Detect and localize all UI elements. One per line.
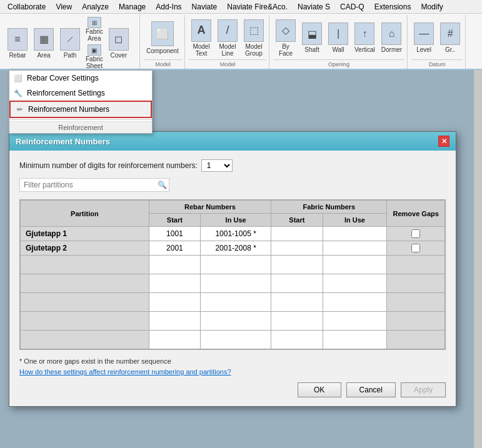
menu-naviate-s[interactable]: Naviate S xyxy=(293,1,335,12)
ribbon-btn-rebar[interactable]: ≡ Rebar xyxy=(5,26,30,61)
ribbon: ≡ Rebar ▦ Area ⟋ Path ⊞ Fabric xyxy=(0,14,482,70)
table-row-empty xyxy=(21,274,445,293)
menu-view[interactable]: View xyxy=(51,1,77,12)
remove-gaps-checkbox-1[interactable] xyxy=(411,229,420,238)
ribbon-btn-area[interactable]: ▦ Area xyxy=(31,26,56,61)
ribbon-group-rebar: ≡ Rebar ▦ Area ⟋ Path ⊞ Fabric xyxy=(3,15,140,69)
ribbon-btn-fabric-area[interactable]: ⊞ Fabric Area xyxy=(84,16,105,42)
ribbon-btn-shaft[interactable]: ⬓ Shaft xyxy=(299,21,324,56)
rebar-start-1: 1001 xyxy=(149,227,200,241)
modal-body: Minimum number of digits for reinforceme… xyxy=(9,151,456,406)
ribbon-group-opening: ◇ By Face ⬓ Shaft | Wall ↑ Vertical xyxy=(271,15,408,69)
cancel-button[interactable]: Cancel xyxy=(346,382,396,397)
apply-button[interactable]: Apply xyxy=(401,382,446,397)
col-remove-gaps-header: Remove Gaps xyxy=(387,201,445,227)
ribbon-btn-grid[interactable]: # Gr.. xyxy=(438,21,463,56)
partition-table-container: Partition Rebar Numbers Fabric Numbers R… xyxy=(19,199,446,350)
reinforcement-numbers-icon: ✏ xyxy=(14,104,24,114)
menu-naviate-fire[interactable]: Naviate Fire&Aco. xyxy=(222,1,293,12)
dormer-icon: ⌂ xyxy=(381,22,401,45)
menu-analyze[interactable]: Analyze xyxy=(77,1,114,12)
table-row-empty xyxy=(21,312,445,331)
fabric-start-1 xyxy=(271,227,323,241)
col-rebar-numbers-header: Rebar Numbers xyxy=(149,201,271,214)
dropdown-item-reinforcement-settings[interactable]: 🔧 Reinforcement Settings xyxy=(9,86,152,101)
model-group-icon: ⬚ xyxy=(244,19,264,42)
fabric-in-use-1 xyxy=(323,227,387,241)
reinforcement-settings-icon: 🔧 xyxy=(13,88,23,98)
col-fabric-in-use-header: In Use xyxy=(323,214,387,227)
ribbon-btn-cover[interactable]: ◻ Cover xyxy=(106,26,131,61)
ribbon-btn-wall[interactable]: | Wall xyxy=(326,21,351,56)
footer-note: * One or more gaps exist in the number s… xyxy=(19,357,446,365)
dropdown-separator xyxy=(9,119,152,120)
menu-addins[interactable]: Add-Ins xyxy=(151,1,186,12)
menu-modify[interactable]: Modify xyxy=(416,1,448,12)
filter-input[interactable] xyxy=(19,178,169,192)
ribbon-btn-path[interactable]: ⟋ Path xyxy=(58,26,83,61)
table-row: Gjutetapp 1 1001 1001-1005 * xyxy=(21,227,445,241)
ribbon-btn-fabric-sheet[interactable]: ▣ Fabric Sheet xyxy=(84,44,105,70)
rebar-cover-settings-icon: ⬜ xyxy=(13,73,23,83)
table-header-row-1: Partition Rebar Numbers Fabric Numbers R… xyxy=(21,201,445,214)
ribbon-btn-vertical[interactable]: ↑ Vertical xyxy=(352,21,378,56)
ribbon-btn-model-text[interactable]: A Model Text xyxy=(189,18,214,58)
component-icon: ⬜ xyxy=(151,21,174,46)
reinforcement-numbers-dialog: Reinforcement Numbers ✕ Minimum number o… xyxy=(9,131,456,407)
dropdown-item-rebar-cover[interactable]: ⬜ Rebar Cover Settings xyxy=(9,71,152,86)
remove-gaps-checkbox-2[interactable] xyxy=(411,244,420,252)
modal-titlebar: Reinforcement Numbers ✕ xyxy=(9,132,456,151)
ribbon-group-label-opening: Opening xyxy=(273,59,404,67)
rebar-in-use-2: 2001-2008 * xyxy=(201,241,271,256)
ruler-right xyxy=(473,70,482,448)
min-digits-select[interactable]: 1 2 3 4 xyxy=(201,159,233,172)
ribbon-group-component: ⬜ Component Model xyxy=(141,15,185,69)
ribbon-group-model: A Model Text / Model Line ⬚ Model Group xyxy=(186,15,269,69)
fabric-area-icon: ⊞ xyxy=(88,17,101,28)
ribbon-buttons-rebar: ≡ Rebar ▦ Area ⟋ Path ⊞ Fabric xyxy=(5,16,131,70)
ribbon-btn-component[interactable]: ⬜ Component xyxy=(144,20,181,56)
table-row: Gjutetapp 2 2001 2001-2008 * xyxy=(21,241,445,256)
rebar-in-use-1: 1001-1005 * xyxy=(201,227,271,241)
help-link[interactable]: How do these settings affect reinforceme… xyxy=(19,368,231,376)
model-line-icon: / xyxy=(218,19,238,42)
fabric-in-use-2 xyxy=(323,241,387,256)
table-row-empty xyxy=(21,331,445,349)
col-fabric-start-header: Start xyxy=(271,214,323,227)
area-icon: ▦ xyxy=(34,28,54,51)
col-fabric-numbers-header: Fabric Numbers xyxy=(271,201,387,214)
shaft-icon: ⬓ xyxy=(302,22,322,45)
menu-extensions[interactable]: Extensions xyxy=(369,1,416,12)
ribbon-group-label-datum: Datum xyxy=(411,59,463,67)
ribbon-btn-dormer[interactable]: ⌂ Dormer xyxy=(379,21,404,56)
dropdown-group-label: Reinforcement xyxy=(9,121,152,133)
ribbon-group-datum: — Level # Gr.. Datum xyxy=(409,15,466,69)
menu-naviate[interactable]: Naviate xyxy=(187,1,223,12)
ribbon-btn-model-line[interactable]: / Model Line xyxy=(215,18,240,58)
ok-button[interactable]: OK xyxy=(298,382,341,397)
ribbon-btn-model-group[interactable]: ⬚ Model Group xyxy=(241,18,266,58)
dropdown-menu: ⬜ Rebar Cover Settings 🔧 Reinforcement S… xyxy=(9,70,153,134)
grid-icon: # xyxy=(440,22,460,45)
ribbon-buttons-component: ⬜ Component xyxy=(144,16,181,59)
menu-manage[interactable]: Manage xyxy=(114,1,151,12)
by-face-icon: ◇ xyxy=(276,19,296,42)
fabric-start-2 xyxy=(271,241,323,256)
partition-table: Partition Rebar Numbers Fabric Numbers R… xyxy=(20,200,445,349)
dropdown-item-reinforcement-numbers[interactable]: ✏ Reinforcement Numbers xyxy=(9,101,152,118)
remove-gaps-2 xyxy=(387,241,445,256)
ribbon-group-label-model2: Model xyxy=(189,59,266,67)
ribbon-btn-by-face[interactable]: ◇ By Face xyxy=(273,18,298,58)
ribbon-btn-level[interactable]: — Level xyxy=(411,21,436,56)
min-digits-label: Minimum number of digits for reinforceme… xyxy=(19,161,198,170)
menu-cadq[interactable]: CAD-Q xyxy=(335,1,369,12)
menu-collaborate[interactable]: Collaborate xyxy=(3,1,51,12)
col-partition-header: Partition xyxy=(21,201,149,227)
ribbon-buttons-model: A Model Text / Model Line ⬚ Model Group xyxy=(189,16,266,59)
menu-bar: Collaborate View Analyze Manage Add-Ins … xyxy=(0,0,482,14)
level-icon: — xyxy=(414,22,434,45)
model-text-icon: A xyxy=(191,19,211,42)
search-icon: 🔍 xyxy=(158,181,167,189)
filter-container: 🔍 xyxy=(19,178,169,192)
modal-close-button[interactable]: ✕ xyxy=(438,136,449,147)
